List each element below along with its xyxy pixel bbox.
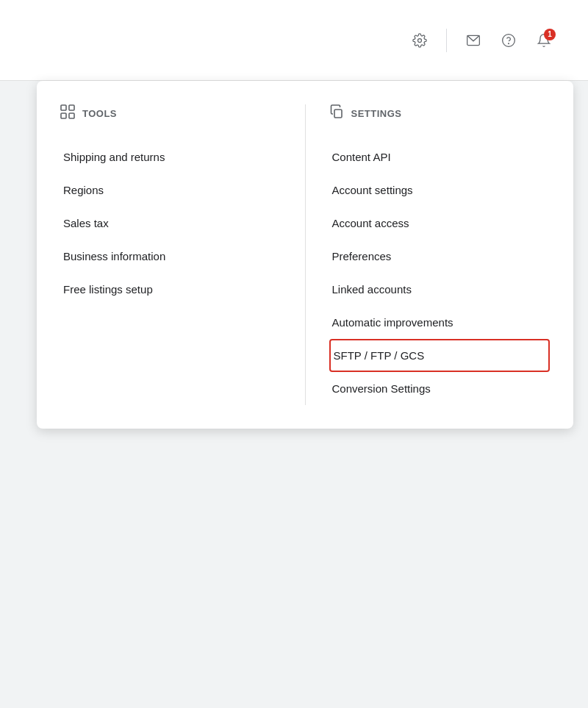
header-icons: 1 [405, 26, 559, 55]
menu-item-business-information[interactable]: Business information [60, 240, 282, 273]
svg-point-2 [503, 34, 515, 46]
menu-item-content-api[interactable]: Content API [329, 140, 551, 174]
gear-icon [412, 33, 427, 48]
settings-header: SETTINGS [329, 104, 551, 123]
menu-item-automatic-improvements[interactable]: Automatic improvements [329, 306, 551, 339]
svg-rect-6 [61, 113, 66, 118]
menu-item-account-settings[interactable]: Account settings [329, 174, 551, 207]
help-button[interactable] [494, 26, 523, 55]
svg-rect-4 [61, 105, 66, 110]
tools-section-label: TOOLS [82, 108, 117, 119]
settings-section-label: SETTINGS [351, 108, 402, 119]
tools-header: TOOLS [60, 104, 282, 123]
svg-rect-8 [334, 110, 342, 118]
menu-item-shipping-returns[interactable]: Shipping and returns [60, 140, 282, 174]
settings-column: SETTINGS Content API Account settings Ac… [306, 104, 574, 405]
settings-copy-icon [329, 104, 344, 123]
header-divider [446, 29, 447, 52]
menu-item-sales-tax[interactable]: Sales tax [60, 207, 282, 240]
help-icon [501, 33, 516, 48]
svg-point-0 [418, 38, 422, 42]
menu-item-conversion-settings[interactable]: Conversion Settings [329, 372, 551, 405]
bell-button[interactable]: 1 [529, 26, 559, 55]
menu-item-free-listings-setup[interactable]: Free listings setup [60, 273, 282, 306]
svg-rect-7 [69, 113, 74, 118]
mail-icon [466, 33, 481, 48]
menu-item-preferences[interactable]: Preferences [329, 240, 551, 273]
menu-item-account-access[interactable]: Account access [329, 207, 551, 240]
mail-button[interactable] [459, 26, 488, 55]
grid-icon [60, 104, 75, 119]
tools-column: TOOLS Shipping and returns Regions Sales… [37, 104, 306, 405]
menu-item-linked-accounts[interactable]: Linked accounts [329, 273, 551, 306]
gear-button[interactable] [405, 26, 434, 55]
menu-item-sftp-ftp-gcs[interactable]: SFTP / FTP / GCS [329, 339, 551, 372]
dropdown-menu: TOOLS Shipping and returns Regions Sales… [37, 81, 573, 429]
notification-count: 1 [544, 29, 556, 40]
tools-grid-icon [60, 104, 75, 123]
menu-item-regions[interactable]: Regions [60, 174, 282, 207]
header-bar: 1 [0, 0, 588, 81]
svg-rect-5 [69, 105, 74, 110]
copy-icon [329, 104, 344, 119]
